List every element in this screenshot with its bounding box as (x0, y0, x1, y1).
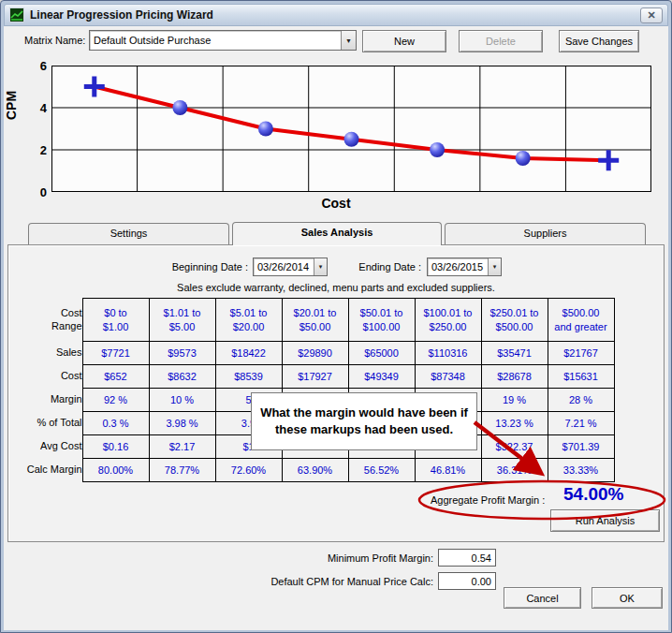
cost-range-column-header: $250.01 to $500.00 (481, 299, 548, 342)
minimum-profit-margin-label: Minimum Profit Margin: (144, 552, 433, 564)
save-changes-button[interactable]: Save Changes (559, 30, 639, 52)
table-cell: $65000 (348, 342, 415, 365)
row-label: Sales (4, 342, 82, 365)
chart-endpoint-plus[interactable] (598, 150, 619, 170)
cost-range-column-header: $50.01 to $100.00 (348, 299, 415, 342)
table-cell: 10 % (149, 389, 215, 412)
row-label: Cost (4, 365, 82, 389)
cpm-line (95, 87, 608, 161)
delete-button[interactable]: Delete (459, 30, 543, 52)
matrix-name-label: Matrix Name: (24, 35, 85, 46)
table-cell: $2.17 (149, 435, 215, 459)
chart-point-marker[interactable] (516, 151, 531, 166)
default-cpm-label: Default CPM for Manual Price Calc: (144, 576, 433, 587)
table-cell: $87348 (415, 365, 481, 389)
table-cell: $9573 (149, 342, 215, 365)
cpm-axis-label: CPM (4, 105, 19, 120)
table-cell: $8539 (215, 365, 282, 389)
table-cell: $652 (82, 365, 149, 389)
new-button[interactable]: New (362, 30, 446, 52)
table-cell: $0.16 (82, 435, 149, 459)
table-cell: $29890 (282, 342, 348, 365)
table-cell: $18422 (215, 342, 282, 365)
chevron-down-icon[interactable]: ▼ (341, 31, 356, 50)
table-cell: $21767 (548, 342, 614, 365)
table-cell: $17927 (282, 365, 348, 389)
sales-exclusion-note: Sales exclude warranty, declined, menu p… (4, 282, 668, 293)
pricing-wizard-window: Linear Progression Pricing Wizard ✕ Matr… (0, 0, 672, 633)
tab-settings[interactable]: Settings (28, 223, 229, 244)
close-button[interactable]: ✕ (640, 7, 663, 23)
matrix-name-value: Default Outside Purchase (90, 35, 341, 46)
table-cell: 19 % (481, 389, 548, 412)
table-row: Cost$652$8632$8539$17927$49349$87348$286… (4, 365, 614, 389)
chart-point-marker[interactable] (172, 100, 187, 115)
row-label: Calc Margin (4, 459, 82, 482)
row-label: Margin (4, 389, 82, 412)
title-bar: Linear Progression Pricing Wizard ✕ (4, 4, 668, 26)
table-cell: 78.77% (149, 459, 215, 482)
beginning-date-value: 03/26/2014 (254, 261, 314, 272)
chart-point-marker[interactable] (430, 142, 445, 157)
ok-button[interactable]: OK (592, 587, 663, 609)
cost-range-column-header: $500.00 and greater (548, 299, 614, 342)
minimum-profit-margin-input[interactable] (438, 549, 496, 567)
table-cell: 63.90% (282, 459, 348, 482)
row-label: % of Total (4, 412, 82, 435)
table-cell: 80.00% (82, 459, 149, 482)
table-cell: $8632 (149, 365, 215, 389)
cost-range-column-header: $0 to $1.00 (82, 299, 149, 342)
default-cpm-input[interactable] (438, 572, 496, 590)
table-cell: 28 % (548, 389, 614, 412)
table-cell: 92 % (82, 389, 149, 412)
chart-point-marker[interactable] (258, 122, 273, 137)
table-cell: $49349 (348, 365, 415, 389)
cost-range-column-header: $20.01 to $50.00 (282, 299, 348, 342)
chart-point-marker[interactable] (344, 132, 359, 147)
cpm-chart-svg[interactable] (51, 66, 651, 192)
chevron-down-icon[interactable]: ▾ (488, 258, 501, 275)
window-title: Linear Progression Pricing Wizard (30, 8, 213, 22)
matrix-name-select[interactable]: Default Outside Purchase ▼ (89, 30, 357, 51)
dialog-client-area: Matrix Name: Default Outside Purchase ▼ … (4, 26, 668, 630)
y-tick-2: 2 (30, 143, 47, 157)
annotation-arrow (467, 415, 559, 488)
annotation-callout: What the margin would have been if these… (251, 392, 477, 450)
table-cell: $15631 (548, 365, 614, 389)
table-cell: 3.98 % (149, 412, 215, 435)
beginning-date-label: Beginning Date : (116, 261, 248, 272)
table-cell: $35471 (481, 342, 548, 365)
row-label: Avg Cost (4, 435, 82, 459)
chart-endpoint-plus[interactable] (84, 77, 105, 97)
cost-range-column-header: $100.01 to $250.00 (415, 299, 481, 342)
cost-axis-label: Cost (4, 196, 668, 211)
plot-border (52, 66, 651, 192)
table-cell: $28678 (481, 365, 548, 389)
annotation-ellipse (416, 478, 668, 522)
cost-range-column-header: $1.01 to $5.00 (149, 299, 215, 342)
y-tick-4: 4 (30, 101, 47, 115)
ending-date-label: Ending Date : (314, 261, 421, 272)
ending-date-value: 03/26/2015 (428, 261, 488, 272)
ending-date-select[interactable]: 03/26/2015 ▾ (427, 258, 502, 276)
table-cell: $110316 (415, 342, 481, 365)
table-row: Sales$7721$9573$18422$29890$65000$110316… (4, 342, 614, 365)
table-cell: 72.60% (215, 459, 282, 482)
y-tick-6: 6 (30, 59, 47, 73)
tab-suppliers[interactable]: Suppliers (445, 223, 646, 244)
cost-range-row-header: Cost Range (4, 299, 82, 342)
table-cell: 56.52% (348, 459, 415, 482)
table-cell: $7721 (82, 342, 149, 365)
cancel-button[interactable]: Cancel (504, 587, 581, 609)
app-icon (9, 7, 24, 22)
cost-range-column-header: $5.01 to $20.00 (215, 299, 282, 342)
tab-sales-analysis[interactable]: Sales Analysis (232, 222, 442, 245)
table-cell: 0.3 % (82, 412, 149, 435)
